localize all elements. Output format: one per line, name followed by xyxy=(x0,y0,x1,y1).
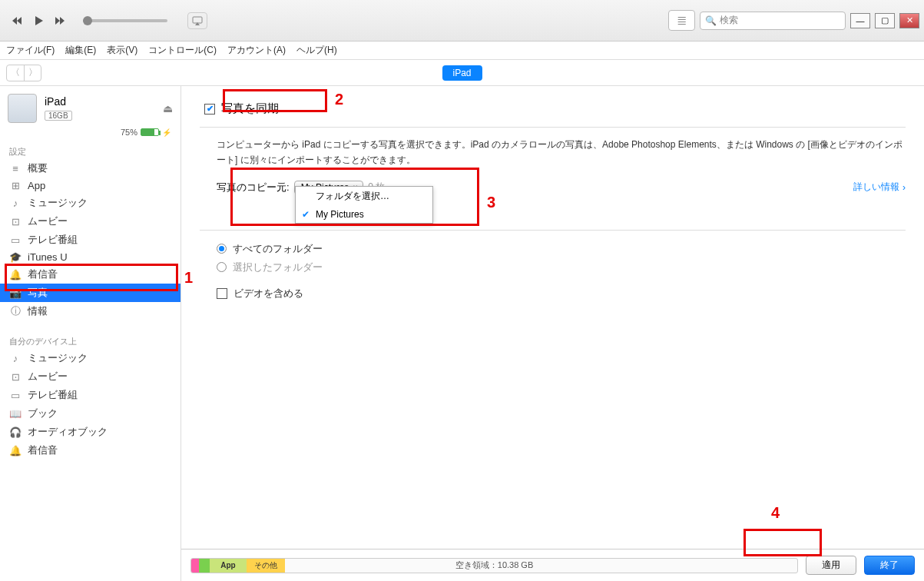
section-settings-label: 設定 xyxy=(0,141,180,159)
sidebar-item-itunesu[interactable]: 🎓iTunes U xyxy=(0,249,180,265)
menu-file[interactable]: ファイル(F) xyxy=(6,44,55,57)
capacity-free-label: 空き領域：10.38 GB xyxy=(455,559,533,571)
sidebar-item-label: 着信音 xyxy=(28,267,58,281)
menu-account[interactable]: アカウント(A) xyxy=(227,44,286,57)
menu-view[interactable]: 表示(V) xyxy=(107,44,137,57)
include-video-label: ビデオを含める xyxy=(233,287,303,300)
battery-status: 75% ⚡ xyxy=(0,128,180,141)
sync-description: コンピューターから iPad にコピーする写真を選択できます。iPad のカメラ… xyxy=(200,137,906,168)
content-pane: ✔ 写真を同期 コンピューターから iPad にコピーする写真を選択できます。i… xyxy=(181,86,924,581)
sidebar-item-label: 着信音 xyxy=(28,443,58,457)
capacity-seg-audio xyxy=(191,559,199,573)
playback-controls xyxy=(9,12,207,29)
sidebar-item-app[interactable]: ⊞App xyxy=(0,178,180,194)
menu-help[interactable]: ヘルプ(H) xyxy=(296,44,337,57)
sidebar-item-label: ブック xyxy=(28,407,58,420)
copy-source-dropdown: フォルダを選択… ✔My Pictures xyxy=(295,186,433,224)
ringtone-icon: 🔔 xyxy=(9,269,22,281)
include-video-checkbox[interactable]: ✔ xyxy=(217,288,227,299)
sidebar-item-label: ミュージック xyxy=(28,196,88,210)
camera-icon: 📷 xyxy=(9,287,22,299)
device-name: iPad xyxy=(45,95,163,108)
radio-all-folders-row: すべてのフォルダー xyxy=(200,240,906,258)
menu-control[interactable]: コントロール(C) xyxy=(148,44,217,57)
sidebar-item-label: 写真 xyxy=(28,286,48,300)
sidebar-item-dev-books[interactable]: 📖ブック xyxy=(0,404,180,423)
search-placeholder: 検索 xyxy=(720,14,738,27)
sidebar-item-label: App xyxy=(28,180,45,191)
radio-selected-label: 選択したフォルダー xyxy=(233,261,323,274)
prev-button[interactable] xyxy=(9,13,25,28)
footer: App その他 空き領域：10.38 GB 適用 終了 xyxy=(181,549,924,581)
sidebar-item-dev-movies[interactable]: ⊡ムービー xyxy=(0,367,180,386)
next-button[interactable] xyxy=(52,13,68,28)
device-pill[interactable]: iPad xyxy=(442,65,482,81)
tv-icon: ▭ xyxy=(9,234,22,246)
done-button[interactable]: 終了 xyxy=(864,556,915,575)
info-icon: ⓘ xyxy=(9,304,22,318)
radio-all-folders[interactable] xyxy=(217,244,227,254)
titlebar: ≣ 🔍 検索 — ▢ ✕ xyxy=(0,0,924,42)
airplay-button[interactable] xyxy=(187,12,207,29)
sync-photos-checkbox-row: ✔ 写真を同期 xyxy=(200,100,906,118)
sidebar-item-label: テレビ番組 xyxy=(28,388,78,402)
sidebar-item-ringtones[interactable]: 🔔着信音 xyxy=(0,265,180,284)
tv-icon: ▭ xyxy=(9,390,22,401)
music-icon: ♪ xyxy=(9,353,22,364)
nav-row: 〈 〉 iPad xyxy=(0,60,924,86)
movies-icon: ⊡ xyxy=(9,216,22,227)
sidebar-item-dev-music[interactable]: ♪ミュージック xyxy=(0,349,180,367)
summary-icon: ≡ xyxy=(9,163,22,174)
sidebar-item-label: ムービー xyxy=(28,214,68,228)
copy-source-label: 写真のコピー元: xyxy=(217,181,290,194)
svg-rect-0 xyxy=(193,17,202,23)
dropdown-my-pictures[interactable]: ✔My Pictures xyxy=(296,206,432,223)
radio-all-label: すべてのフォルダー xyxy=(233,242,323,256)
sidebar-item-info[interactable]: ⓘ情報 xyxy=(0,302,180,320)
sidebar-item-summary[interactable]: ≡概要 xyxy=(0,159,180,178)
play-button[interactable] xyxy=(31,13,46,28)
ringtone-icon: 🔔 xyxy=(9,445,22,456)
close-button[interactable]: ✕ xyxy=(899,13,919,28)
dropdown-choose-folder[interactable]: フォルダを選択… xyxy=(296,187,432,206)
sidebar-item-dev-tv[interactable]: ▭テレビ番組 xyxy=(0,386,180,404)
nav-forward-button[interactable]: 〉 xyxy=(24,65,41,81)
menu-edit[interactable]: 編集(E) xyxy=(65,44,96,57)
list-view-button[interactable]: ≣ xyxy=(668,10,695,31)
battery-icon xyxy=(141,128,159,136)
eject-button[interactable]: ⏏ xyxy=(163,102,173,115)
sidebar-item-label: 概要 xyxy=(28,161,48,175)
sidebar-item-photos[interactable]: 📷写真 xyxy=(0,284,180,302)
battery-pct: 75% xyxy=(121,128,137,137)
search-input[interactable]: 🔍 検索 xyxy=(700,12,846,30)
minimize-button[interactable]: — xyxy=(850,13,870,28)
capacity-seg-app: App xyxy=(210,559,247,573)
sync-photos-label: 写真を同期 xyxy=(221,101,279,116)
radio-selected-folders-row: 選択したフォルダー xyxy=(200,258,906,277)
capacity-seg-photos xyxy=(199,559,210,573)
more-info-link[interactable]: 詳しい情報› xyxy=(853,181,906,194)
music-icon: ♪ xyxy=(9,198,22,209)
chevron-right-icon: › xyxy=(902,182,906,193)
nav-back-button[interactable]: 〈 xyxy=(7,65,24,81)
device-thumbnail xyxy=(8,94,37,123)
sidebar-item-label: 情報 xyxy=(28,304,48,318)
headphones-icon: 🎧 xyxy=(9,427,22,438)
sidebar-item-label: オーディオブック xyxy=(28,425,108,439)
maximize-button[interactable]: ▢ xyxy=(875,13,895,28)
capacity-seg-other: その他 xyxy=(247,559,285,573)
sidebar-item-dev-ringtones[interactable]: 🔔着信音 xyxy=(0,441,180,460)
sidebar-item-label: iTunes U xyxy=(28,251,68,263)
include-video-row: ✔ ビデオを含める xyxy=(200,284,906,303)
charging-icon: ⚡ xyxy=(162,128,171,137)
apply-button[interactable]: 適用 xyxy=(806,556,856,575)
sidebar-item-movies[interactable]: ⊡ムービー xyxy=(0,212,180,231)
volume-slider[interactable] xyxy=(83,19,167,22)
sidebar-item-tv[interactable]: ▭テレビ番組 xyxy=(0,231,180,249)
sync-photos-checkbox[interactable]: ✔ xyxy=(204,104,215,115)
sidebar-item-dev-audiobooks[interactable]: 🎧オーディオブック xyxy=(0,423,180,441)
radio-selected-folders[interactable] xyxy=(217,262,227,272)
sidebar-item-music[interactable]: ♪ミュージック xyxy=(0,194,180,212)
sidebar-item-label: ミュージック xyxy=(28,351,88,365)
device-header: iPad 16GB ⏏ xyxy=(0,86,180,128)
